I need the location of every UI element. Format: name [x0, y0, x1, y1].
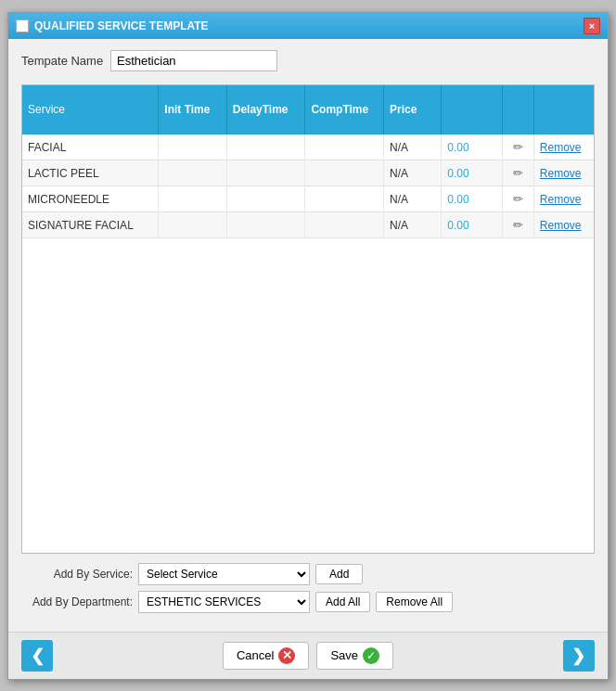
save-label: Save: [330, 648, 358, 662]
footer-center: Cancel ✕ Save ✓: [223, 642, 393, 670]
th-remove: [533, 85, 594, 135]
td-com-override: 0.00: [442, 134, 503, 160]
title-bar-left: QUALIFIED SERVICE TEMPLATE: [16, 19, 209, 32]
main-window: QUALIFIED SERVICE TEMPLATE × Tempate Nam…: [7, 12, 609, 680]
remove-link[interactable]: Remove: [540, 193, 582, 206]
td-remove-cell: Remove: [533, 160, 594, 186]
th-init-time: Init Time: [159, 85, 226, 135]
bottom-section: Add By Service: Select Service Add Add B…: [21, 554, 595, 624]
service-table: Service Init Time DelayTime CompTime Pri…: [22, 85, 594, 239]
add-service-button[interactable]: Add: [315, 564, 363, 584]
td-service: MICRONEEDLE: [22, 186, 159, 212]
template-name-row: Tempate Name: [21, 50, 595, 71]
template-name-label: Tempate Name: [21, 54, 105, 68]
add-by-service-select[interactable]: Select Service: [138, 563, 310, 585]
service-table-container: Service Init Time DelayTime CompTime Pri…: [21, 84, 595, 554]
cancel-icon: ✕: [278, 647, 295, 664]
edit-icon[interactable]: ✏: [513, 166, 523, 180]
cancel-button[interactable]: Cancel ✕: [223, 642, 309, 670]
td-com-override: 0.00: [442, 212, 503, 238]
td-remove-cell: Remove: [533, 134, 594, 160]
th-price: Price: [384, 85, 442, 135]
th-comp-time: CompTime: [305, 85, 384, 135]
td-price: N/A: [384, 134, 442, 160]
td-service: FACIAL: [22, 134, 159, 160]
prev-button[interactable]: ❮: [21, 640, 53, 672]
th-edit: [502, 85, 533, 135]
td-com-override: 0.00: [442, 186, 503, 212]
edit-icon[interactable]: ✏: [513, 192, 523, 206]
add-by-department-label: Add By Department:: [21, 595, 133, 608]
close-button[interactable]: ×: [584, 18, 600, 34]
th-delay-time: DelayTime: [226, 85, 305, 135]
add-by-service-label: Add By Service:: [21, 568, 133, 581]
add-all-button[interactable]: Add All: [315, 592, 370, 612]
table-row: MICRONEEDLE N/A 0.00 ✏ Remove: [22, 186, 594, 212]
edit-icon[interactable]: ✏: [513, 140, 523, 154]
table-row: SIGNATURE FACIAL N/A 0.00 ✏ Remove: [22, 212, 594, 238]
save-icon: ✓: [363, 647, 379, 664]
add-by-department-row: Add By Department: ESTHETIC SERVICES Add…: [21, 591, 595, 613]
window-icon: [16, 19, 29, 32]
td-com-override: 0.00: [442, 160, 503, 186]
td-service: SIGNATURE FACIAL: [22, 212, 159, 238]
table-body: FACIAL N/A 0.00 ✏ Remove LACTIC PEEL N/A…: [22, 134, 594, 238]
td-delay-time: [226, 160, 305, 186]
remove-link[interactable]: Remove: [540, 167, 582, 180]
remove-all-button[interactable]: Remove All: [376, 592, 453, 612]
td-delay-time: [226, 134, 305, 160]
footer-bar: ❮ Cancel ✕ Save ✓ ❯: [8, 632, 608, 679]
td-price: N/A: [384, 186, 442, 212]
th-service: Service: [22, 85, 159, 135]
td-edit-cell: ✏: [502, 160, 533, 186]
td-delay-time: [226, 212, 305, 238]
td-comp-time: [305, 186, 384, 212]
td-price: N/A: [384, 160, 442, 186]
template-name-input[interactable]: [110, 50, 277, 71]
add-by-service-row: Add By Service: Select Service Add: [21, 563, 595, 585]
td-remove-cell: Remove: [533, 212, 594, 238]
th-com-override: Com Override Amt: [442, 85, 503, 135]
td-delay-time: [226, 186, 305, 212]
td-remove-cell: Remove: [533, 186, 594, 212]
next-button[interactable]: ❯: [563, 640, 595, 672]
window-title: QUALIFIED SERVICE TEMPLATE: [34, 19, 209, 32]
td-price: N/A: [384, 212, 442, 238]
save-button[interactable]: Save ✓: [316, 642, 393, 670]
cancel-label: Cancel: [237, 648, 274, 662]
td-comp-time: [305, 160, 384, 186]
td-comp-time: [305, 212, 384, 238]
table-row: LACTIC PEEL N/A 0.00 ✏ Remove: [22, 160, 594, 186]
remove-link[interactable]: Remove: [540, 141, 582, 154]
window-body: Tempate Name Service Init Time DelayTime…: [8, 39, 608, 632]
td-init-time: [159, 134, 226, 160]
td-edit-cell: ✏: [502, 212, 533, 238]
td-service: LACTIC PEEL: [22, 160, 159, 186]
td-comp-time: [305, 134, 384, 160]
table-header-row: Service Init Time DelayTime CompTime Pri…: [22, 85, 594, 135]
td-edit-cell: ✏: [502, 134, 533, 160]
title-bar: QUALIFIED SERVICE TEMPLATE ×: [8, 13, 608, 39]
td-init-time: [159, 160, 226, 186]
remove-link[interactable]: Remove: [540, 219, 582, 232]
edit-icon[interactable]: ✏: [513, 218, 523, 232]
td-edit-cell: ✏: [502, 186, 533, 212]
td-init-time: [159, 186, 226, 212]
td-init-time: [159, 212, 226, 238]
table-row: FACIAL N/A 0.00 ✏ Remove: [22, 134, 594, 160]
add-by-department-select[interactable]: ESTHETIC SERVICES: [138, 591, 310, 613]
